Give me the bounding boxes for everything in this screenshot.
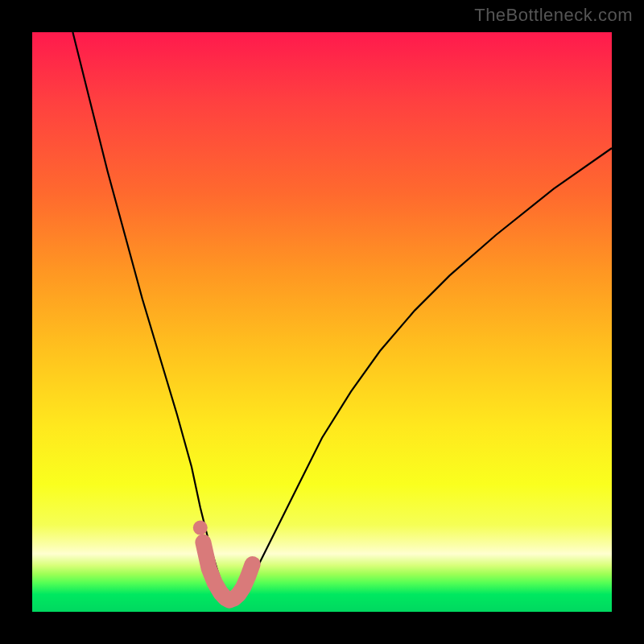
watermark-text: TheBottleneck.com xyxy=(474,5,633,26)
chart-svg xyxy=(32,32,612,612)
chart-frame: TheBottleneck.com xyxy=(0,0,644,644)
optimal-zone-highlight xyxy=(203,543,252,601)
bottleneck-curve xyxy=(72,32,612,603)
plot-area xyxy=(32,32,612,612)
optimal-zone-dot xyxy=(193,521,208,535)
